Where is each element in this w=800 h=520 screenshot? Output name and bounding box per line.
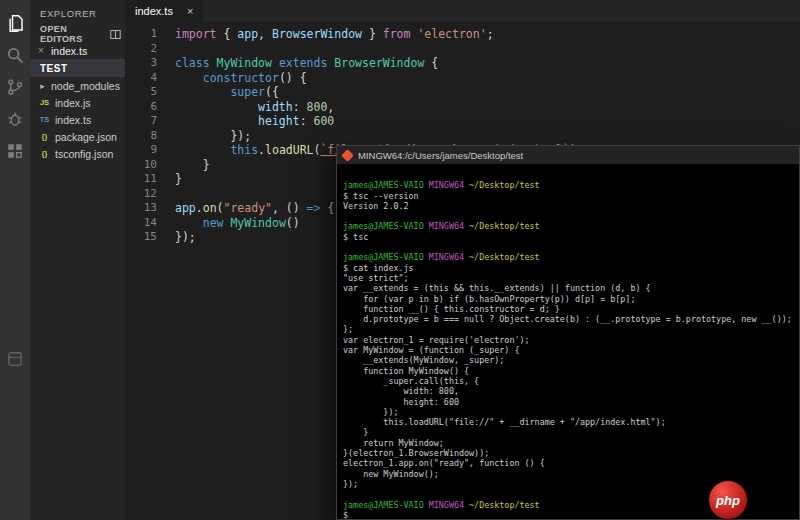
- line-number[interactable]: 6: [125, 100, 157, 115]
- close-icon[interactable]: ×: [38, 46, 47, 56]
- code-token: width: [258, 100, 293, 114]
- line-number[interactable]: 9: [125, 143, 157, 158]
- line-number[interactable]: 12: [125, 187, 157, 202]
- terminal-line: }: [343, 427, 793, 437]
- line-content: }: [157, 158, 210, 173]
- terminal-line: _super.call(this, {: [343, 376, 793, 386]
- tree-item-index-js[interactable]: JS index.js: [30, 94, 125, 111]
- line-content: super({: [157, 85, 279, 100]
- terminal-line: var MyWindow = (function (_super) {: [343, 345, 793, 355]
- terminal-line: $ tsc: [343, 232, 793, 242]
- debug-icon[interactable]: [4, 108, 26, 130]
- ts-file-icon: TS: [38, 115, 51, 124]
- terminal-line: electron_1.app.on("ready", function () {: [343, 458, 793, 468]
- php-logo-label: php: [716, 493, 740, 508]
- line-number[interactable]: 8: [125, 129, 157, 144]
- code-line[interactable]: 3class MyWindow extends BrowserWindow {: [125, 56, 800, 71]
- code-line[interactable]: 5 super({: [125, 85, 800, 100]
- code-token: MyWindow: [217, 56, 272, 70]
- code-line[interactable]: 2: [125, 42, 800, 57]
- sidebar-title: EXPLORER: [30, 0, 125, 26]
- line-number[interactable]: 10: [125, 158, 157, 173]
- code-token: 800: [307, 100, 328, 114]
- terminal-line: "use strict";: [343, 273, 793, 283]
- line-number[interactable]: 5: [125, 85, 157, 100]
- line-content: import { app, BrowserWindow } from 'elec…: [157, 27, 494, 42]
- line-number[interactable]: 3: [125, 56, 157, 71]
- code-token: extends: [279, 56, 327, 70]
- terminal-title: MINGW64:/c/Users/james/Desktop/test: [358, 150, 523, 161]
- open-editor-file-label: index.ts: [51, 45, 87, 57]
- open-editors-header[interactable]: OPEN EDITORS: [30, 26, 125, 42]
- line-number[interactable]: 15: [125, 230, 157, 245]
- code-token: }: [175, 158, 210, 172]
- terminal-token: function MyWindow() {: [343, 366, 469, 376]
- terminal-token: var electron_1 = require('electron');: [343, 335, 530, 345]
- code-line[interactable]: 6 width: 800,: [125, 100, 800, 115]
- folder-header[interactable]: TEST: [30, 59, 125, 77]
- terminal-token: $ tsc --version: [343, 191, 419, 201]
- tree-item-index-ts[interactable]: TS index.ts: [30, 111, 125, 128]
- code-token: BrowserWindow: [272, 27, 362, 41]
- line-number[interactable]: 7: [125, 114, 157, 129]
- line-number[interactable]: 2: [125, 42, 157, 57]
- tree-item-tsconfig-json[interactable]: {} tsconfig.json: [30, 145, 125, 162]
- terminal-line: __extends(MyWindow, _super);: [343, 355, 793, 365]
- terminal-line: Version 2.0.2: [343, 201, 793, 211]
- file-label: index.ts: [55, 114, 91, 126]
- code-token: ,: [258, 27, 272, 41]
- code-token: super: [230, 85, 265, 99]
- code-line[interactable]: 8 });: [125, 129, 800, 144]
- code-token: class: [175, 56, 210, 70]
- extensions-icon[interactable]: [4, 140, 26, 162]
- json-file-icon: {}: [38, 149, 51, 158]
- line-number[interactable]: 1: [125, 27, 157, 42]
- tree-item-package-json[interactable]: {} package.json: [30, 128, 125, 145]
- terminal-line: [343, 170, 793, 180]
- terminal-line: height: 600: [343, 397, 793, 407]
- code-token: import: [175, 27, 217, 41]
- code-token: {: [424, 56, 438, 70]
- line-number[interactable]: 4: [125, 71, 157, 86]
- terminal-titlebar[interactable]: MINGW64:/c/Users/james/Desktop/test: [337, 146, 799, 164]
- explorer-sidebar: EXPLORER OPEN EDITORS × index.ts TEST ▸ …: [30, 0, 125, 520]
- split-editor-icon[interactable]: [110, 29, 121, 40]
- code-token: [175, 143, 230, 157]
- code-token: app: [175, 201, 196, 215]
- code-token: (: [217, 201, 224, 215]
- code-token: [175, 85, 230, 99]
- tab-index-ts[interactable]: index.ts ×: [125, 0, 203, 22]
- code-token: }: [175, 172, 182, 186]
- open-editor-item[interactable]: × index.ts: [30, 42, 125, 59]
- terminal-line: var __extends = (this && this.__extends)…: [343, 283, 793, 293]
- terminal-token: ~/Desktop/test: [464, 221, 540, 231]
- code-line[interactable]: 1import { app, BrowserWindow } from 'ele…: [125, 27, 800, 42]
- code-token: {: [320, 201, 334, 215]
- code-token: [175, 114, 258, 128]
- terminal-token: electron_1.app.on("ready", function () {: [343, 458, 545, 468]
- box-icon[interactable]: [4, 348, 26, 370]
- git-bash-icon: [341, 149, 354, 162]
- code-token: });: [175, 129, 251, 143]
- terminal-line: james@JAMES-VAIO MINGW64 ~/Desktop/test: [343, 252, 793, 262]
- folder-name-label: TEST: [40, 63, 68, 74]
- terminal-token: ~/Desktop/test: [464, 500, 540, 510]
- code-line[interactable]: 4 constructor() {: [125, 71, 800, 86]
- code-line[interactable]: 7 height: 600: [125, 114, 800, 129]
- line-number[interactable]: 13: [125, 201, 157, 216]
- line-number[interactable]: 11: [125, 172, 157, 187]
- search-icon[interactable]: [4, 44, 26, 66]
- terminal-token: var MyWindow = (function (_super) {: [343, 345, 519, 355]
- files-icon[interactable]: [4, 12, 26, 34]
- terminal-line: [343, 242, 793, 252]
- tree-item-node-modules[interactable]: ▸ node_modules: [30, 77, 125, 94]
- terminal-line: [343, 211, 793, 221]
- source-control-icon[interactable]: [4, 76, 26, 98]
- terminal-token: height: 600: [343, 397, 459, 407]
- line-number[interactable]: 14: [125, 216, 157, 231]
- php-logo: php: [709, 481, 747, 519]
- close-icon[interactable]: ×: [187, 5, 193, 17]
- terminal-token: for (var p in b) if (b.hasOwnProperty(p)…: [343, 294, 635, 304]
- code-token: app: [237, 27, 258, 41]
- terminal-body[interactable]: james@JAMES-VAIO MINGW64 ~/Desktop/test$…: [337, 164, 799, 519]
